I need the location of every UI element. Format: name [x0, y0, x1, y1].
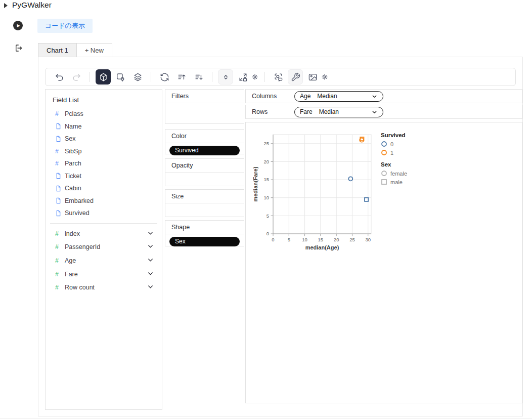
export-icon[interactable] [14, 44, 23, 53]
legend-item: 0 [381, 140, 407, 148]
axis-expand-icon[interactable] [218, 69, 233, 85]
field-label: Cabin [65, 185, 81, 192]
collapse-triangle-icon[interactable] [4, 3, 8, 8]
columns-field-pill[interactable]: Age Median [294, 91, 383, 102]
svg-text:10: 10 [263, 195, 269, 200]
svg-text:20: 20 [334, 237, 339, 242]
size-label: Size [165, 190, 244, 203]
chevron-down-icon[interactable] [147, 230, 154, 238]
field-label: Name [65, 123, 81, 130]
encoding-pill[interactable]: Survived [169, 146, 240, 155]
field-item[interactable]: #PassengerId [46, 240, 162, 254]
field-item[interactable]: #Parch [46, 157, 162, 170]
sort-ascending-icon[interactable] [174, 69, 189, 85]
field-item[interactable]: #Age [46, 254, 162, 268]
field-label: Row count [65, 284, 95, 291]
redo-icon[interactable] [69, 69, 84, 85]
opacity-dropzone[interactable] [165, 173, 244, 175]
field-item[interactable]: #Row count [46, 281, 162, 295]
rows-field-pill[interactable]: Fare Median [294, 107, 383, 117]
field-list-title: Field List [53, 96, 162, 104]
chart-tabs: Chart 1 + New [38, 43, 112, 57]
gear-icon[interactable] [250, 69, 259, 85]
toolbar-divider [264, 72, 265, 82]
circle-marker-icon [381, 141, 387, 147]
svg-text:10: 10 [302, 237, 307, 242]
show-code-button[interactable]: コードの表示 [37, 19, 93, 33]
filters-shelf: Filters [165, 89, 244, 124]
chevron-down-icon[interactable] [371, 93, 378, 100]
chart-area: 0510152025300510152025median(Age)median(… [246, 122, 522, 253]
field-item[interactable]: Cabin [46, 182, 162, 195]
chevron-down-icon[interactable] [371, 109, 378, 115]
export-image-icon[interactable] [305, 69, 320, 85]
shape-dropzone[interactable]: Sex [165, 234, 244, 246]
painter-wrench-icon[interactable] [288, 69, 303, 85]
chevron-down-icon[interactable] [147, 270, 154, 278]
field-item[interactable]: Sex [46, 133, 162, 145]
play-icon: ▶ [17, 23, 20, 28]
measure-list: #index#PassengerId#Age#Fare#Row count [46, 227, 162, 295]
field-item[interactable]: Ticket [46, 170, 162, 183]
field-label: PassengerId [65, 243, 100, 250]
gear-icon[interactable] [320, 69, 329, 85]
number-field-icon: # [55, 148, 63, 155]
field-item[interactable]: Survived [46, 207, 162, 220]
field-item[interactable]: Name [46, 120, 162, 133]
svg-text:5: 5 [288, 237, 290, 242]
run-cell-button[interactable]: ▶ [13, 21, 23, 30]
field-label: Age [65, 257, 76, 264]
data-point[interactable] [365, 198, 368, 201]
chart-legend: Survived01Sexfemalemale [381, 130, 407, 186]
field-item[interactable]: Embarked [46, 195, 162, 207]
field-label: Pclass [65, 110, 83, 117]
cell-divider [0, 418, 532, 419]
layers-icon[interactable] [130, 69, 145, 85]
scale-lock-icon[interactable] [235, 69, 250, 85]
transpose-icon[interactable] [157, 69, 172, 85]
square-marker-icon [381, 179, 387, 185]
explain-data-icon[interactable] [271, 69, 286, 85]
text-field-icon [55, 136, 62, 142]
dimension-list: #PclassNameSex#SibSp#ParchTicketCabinEmb… [46, 108, 162, 220]
tab-new[interactable]: + New [76, 43, 112, 57]
field-item[interactable]: #index [46, 227, 162, 241]
text-field-icon [55, 123, 62, 130]
toolbar-divider [212, 72, 212, 82]
chevron-down-icon[interactable] [147, 283, 154, 291]
field-label: Ticket [65, 173, 81, 180]
svg-text:15: 15 [318, 237, 324, 242]
filters-label: Filters [165, 90, 244, 103]
field-item[interactable]: #Fare [46, 267, 162, 281]
undo-icon[interactable] [52, 69, 67, 85]
number-field-icon: # [55, 257, 63, 264]
svg-text:25: 25 [263, 141, 269, 146]
legend-group: Survived01 [381, 132, 407, 157]
chevron-down-icon[interactable] [147, 257, 154, 265]
legend-label: male [390, 179, 403, 185]
legend-label: female [390, 171, 407, 177]
selection-tool-icon[interactable] [113, 69, 128, 85]
filters-dropzone[interactable] [165, 103, 244, 106]
field-item[interactable]: #Pclass [46, 108, 162, 120]
text-field-icon [55, 210, 62, 217]
field-label: Embarked [65, 197, 94, 204]
size-dropzone[interactable] [165, 203, 244, 206]
mark-type-cube-icon[interactable] [96, 69, 111, 85]
scatter-plot[interactable]: 0510152025300510152025median(Age)median(… [251, 130, 377, 253]
chevron-down-icon[interactable] [147, 243, 154, 251]
number-field-icon: # [55, 284, 63, 291]
sort-descending-icon[interactable] [191, 69, 206, 85]
page-title: PyGWalker [12, 1, 52, 10]
field-list-panel: Field List #PclassNameSex#SibSp#ParchTic… [45, 89, 162, 410]
rows-shelf: Rows Fare Median [245, 105, 522, 119]
legend-title: Survived [381, 132, 407, 138]
toolbar [45, 68, 516, 86]
field-item[interactable]: #SibSp [46, 145, 162, 158]
field-label: Survived [65, 209, 90, 217]
field-list-divider [50, 223, 157, 224]
color-dropzone[interactable]: Survived [165, 143, 244, 155]
encoding-pill[interactable]: Sex [169, 237, 240, 246]
tab-chart-1[interactable]: Chart 1 [38, 43, 77, 57]
opacity-shelf: Opacity [165, 158, 244, 186]
